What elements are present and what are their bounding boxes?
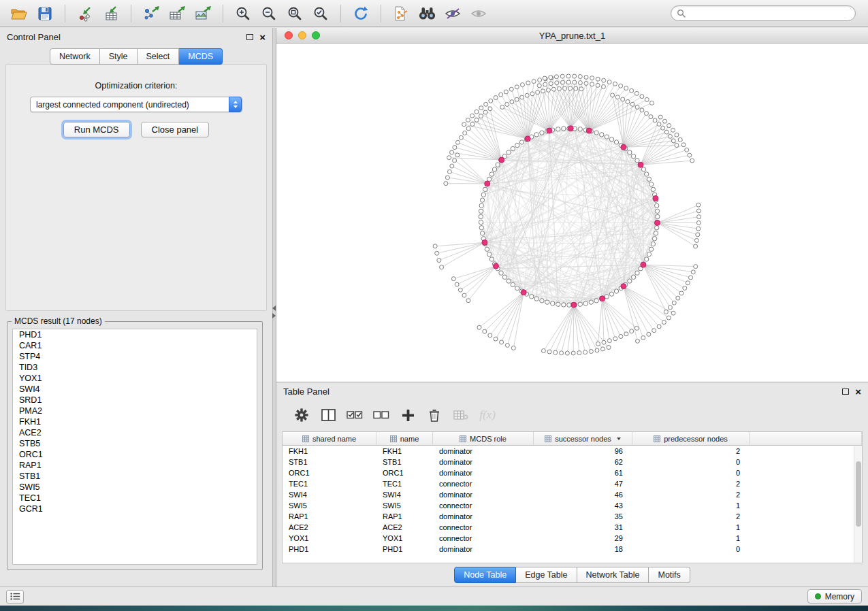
- network-node[interactable]: [631, 154, 635, 158]
- network-node[interactable]: [488, 107, 492, 111]
- network-node[interactable]: [500, 105, 504, 109]
- column-header-shared-name[interactable]: shared name: [283, 432, 376, 446]
- memory-button[interactable]: Memory: [807, 589, 862, 604]
- list-item[interactable]: ACE2: [13, 427, 257, 438]
- show-details-button[interactable]: [466, 3, 491, 24]
- network-node[interactable]: [662, 320, 666, 325]
- zoom-fit-button[interactable]: [283, 3, 307, 24]
- network-node[interactable]: [543, 82, 547, 86]
- mcds-hub-node[interactable]: [586, 128, 592, 133]
- network-node[interactable]: [649, 182, 653, 186]
- network-node[interactable]: [489, 172, 494, 176]
- network-node[interactable]: [679, 291, 684, 295]
- mcds-hub-node[interactable]: [521, 290, 526, 295]
- network-node[interactable]: [466, 127, 470, 131]
- minimize-window-button[interactable]: [298, 31, 306, 39]
- network-node[interactable]: [658, 115, 662, 119]
- network-node[interactable]: [483, 329, 487, 333]
- network-node[interactable]: [573, 80, 577, 84]
- network-node[interactable]: [676, 296, 680, 300]
- network-node[interactable]: [477, 325, 481, 329]
- network-node[interactable]: [515, 97, 519, 101]
- list-item[interactable]: RAP1: [13, 460, 257, 471]
- network-node[interactable]: [647, 177, 651, 181]
- network-node[interactable]: [634, 91, 639, 95]
- network-node[interactable]: [607, 346, 611, 350]
- network-node[interactable]: [502, 275, 507, 279]
- network-node[interactable]: [456, 140, 460, 144]
- mcds-hub-node[interactable]: [493, 263, 498, 269]
- network-node[interactable]: [568, 86, 573, 90]
- network-node[interactable]: [563, 86, 567, 90]
- list-item[interactable]: TEC1: [13, 493, 257, 503]
- network-node[interactable]: [520, 95, 524, 99]
- network-node[interactable]: [519, 140, 524, 144]
- network-node[interactable]: [515, 286, 519, 290]
- optimization-criterion-dropdown[interactable]: largest connected component (undirected): [30, 97, 242, 112]
- network-node[interactable]: [463, 131, 467, 135]
- mcds-hub-node[interactable]: [525, 136, 530, 142]
- network-node[interactable]: [515, 143, 519, 147]
- table-row[interactable]: FKH1FKH1dominator962: [283, 446, 862, 457]
- network-node[interactable]: [551, 87, 556, 91]
- table-row[interactable]: TEC1TEC1connector472: [283, 478, 862, 489]
- network-node[interactable]: [545, 300, 549, 304]
- close-panel-icon[interactable]: ×: [855, 386, 861, 397]
- mcds-hub-node[interactable]: [568, 126, 573, 131]
- network-canvas[interactable]: [276, 44, 868, 382]
- network-node[interactable]: [556, 127, 560, 131]
- network-node[interactable]: [624, 86, 628, 90]
- network-node[interactable]: [645, 97, 649, 101]
- network-node[interactable]: [696, 233, 700, 237]
- float-panel-icon[interactable]: [842, 389, 849, 395]
- network-node[interactable]: [590, 76, 594, 80]
- list-item[interactable]: PMA2: [13, 406, 257, 416]
- network-node[interactable]: [551, 301, 555, 306]
- network-node[interactable]: [654, 231, 658, 235]
- network-node[interactable]: [649, 101, 654, 105]
- network-node[interactable]: [532, 80, 536, 84]
- tab-motifs[interactable]: Motifs: [649, 567, 690, 583]
- network-node[interactable]: [688, 276, 692, 280]
- network-node[interactable]: [696, 203, 701, 207]
- network-node[interactable]: [455, 153, 460, 157]
- mcds-hub-node[interactable]: [485, 181, 490, 186]
- list-item[interactable]: SWI5: [13, 482, 257, 493]
- network-node[interactable]: [479, 214, 483, 218]
- network-node[interactable]: [451, 277, 455, 281]
- network-node[interactable]: [652, 329, 656, 333]
- network-node[interactable]: [571, 351, 575, 355]
- network-node[interactable]: [484, 102, 488, 106]
- network-node[interactable]: [605, 135, 609, 139]
- network-node[interactable]: [567, 303, 571, 307]
- network-node[interactable]: [668, 134, 672, 138]
- create-column-button[interactable]: [398, 405, 418, 425]
- network-node[interactable]: [630, 102, 634, 106]
- network-node[interactable]: [649, 115, 653, 119]
- network-node[interactable]: [510, 100, 514, 104]
- network-node[interactable]: [609, 137, 613, 142]
- network-node[interactable]: [483, 110, 487, 114]
- network-node[interactable]: [664, 130, 669, 134]
- unselect-all-columns-button[interactable]: [371, 405, 391, 425]
- save-button[interactable]: [33, 3, 57, 24]
- network-node[interactable]: [657, 122, 661, 126]
- network-node[interactable]: [458, 288, 462, 292]
- network-node[interactable]: [583, 350, 588, 354]
- network-node[interactable]: [555, 81, 559, 85]
- network-node[interactable]: [671, 139, 675, 143]
- network-node[interactable]: [645, 257, 649, 261]
- network-node[interactable]: [578, 127, 582, 131]
- network-node[interactable]: [520, 83, 524, 87]
- splitter-collapse-icon[interactable]: [272, 306, 276, 318]
- network-node[interactable]: [600, 133, 604, 137]
- network-share-button[interactable]: [389, 3, 413, 24]
- network-node[interactable]: [479, 114, 483, 118]
- network-node[interactable]: [566, 80, 570, 84]
- network-node[interactable]: [657, 325, 661, 329]
- network-node[interactable]: [549, 82, 553, 86]
- network-node[interactable]: [678, 137, 682, 142]
- table-row[interactable]: YOX1YOX1connector291: [283, 533, 862, 544]
- network-node[interactable]: [487, 252, 491, 257]
- network-node[interactable]: [537, 84, 541, 88]
